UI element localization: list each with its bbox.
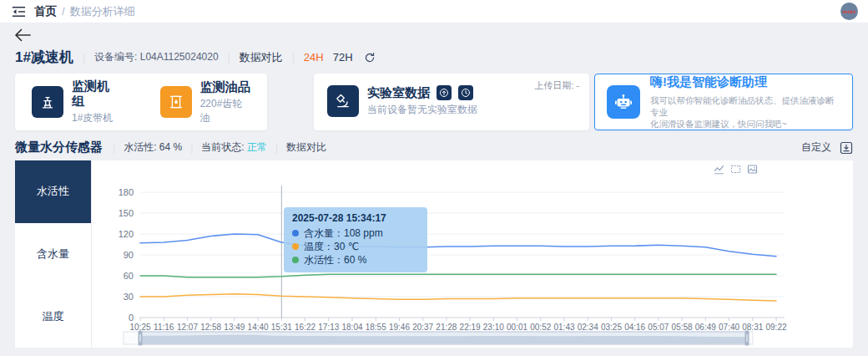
status-badge: 正常 [247,141,267,153]
monitor-unit[interactable]: 监测机组 1#皮带机 [32,79,120,125]
chart-tooltip: 2025-07-28 15:34:17 含水量：108 ppm温度：30 ℃水活… [284,207,427,272]
svg-text:17:13: 17:13 [318,323,339,332]
svg-text:05:58: 05:58 [672,323,693,332]
lab-data-card[interactable]: 上传日期: - 实验室数据 当前 [314,74,589,130]
svg-text:150: 150 [119,208,134,218]
svg-text:22:19: 22:19 [460,323,481,332]
tooltip-item: 含水量：108 ppm [292,226,419,240]
svg-text:0: 0 [129,313,134,323]
device-header: 1#减速机 | 设备编号: L04A1125024020 | 数据对比 | 24… [15,48,376,67]
line-chart[interactable]: 030609012015018010:2511:1612:0712:5813:4… [92,160,853,348]
history-clock-icon[interactable] [458,85,473,100]
svg-text:12:58: 12:58 [200,323,221,332]
oil-title: 监测油品 [200,79,250,94]
breadcrumb-separator: / [62,5,65,18]
svg-text:13:49: 13:49 [224,323,245,332]
unit-title: 监测机组 [72,79,120,109]
svg-text:03:25: 03:25 [601,323,622,332]
menu-collapse-icon[interactable] [12,6,26,18]
ai-title: 嗨!我是智能诊断助理 [650,74,840,90]
monitor-card[interactable]: 监测机组 1#皮带机 监测油品 220#齿轮油 [15,74,267,130]
svg-text:12:07: 12:07 [177,323,198,332]
lab-title: 实验室数据 [367,85,430,100]
avatar[interactable]: inzkc [840,3,858,20]
svg-text:06:49: 06:49 [695,323,716,332]
tooltip-item: 温度：30 ℃ [292,240,419,253]
water-activity-value: 水活性: 64 % [124,140,182,155]
upload-date-label: 上传日期: - [534,79,579,92]
tab-water-activity[interactable]: 水活性 [15,160,91,223]
sensor-section-header: 微量水分传感器 | 水活性: 64 % | 当前状态: 正常 | 数据对比 自定… [15,140,853,155]
svg-text:09:22: 09:22 [765,323,786,332]
device-title: 1#减速机 [15,48,73,67]
breadcrumb-home[interactable]: 首页 [34,4,57,19]
breadcrumb-current: 数据分析详细 [70,4,135,19]
range-24h-button[interactable]: 24H [304,51,324,64]
ai-description: 我可以帮你智能化诊断油品状态、提供油液诊断专业 化润滑设备监测建议，快问问我吧~ [650,94,840,130]
range-72h-button[interactable]: 72H [333,51,353,64]
svg-text:07:40: 07:40 [719,323,739,332]
microscope-icon [327,85,359,117]
svg-text:21:28: 21:28 [436,323,457,332]
svg-text:18:04: 18:04 [341,323,362,332]
oil-subtitle: 220#齿轮油 [200,97,250,125]
status-label: 当前状态: 正常 [201,140,267,155]
chart-toolbox [714,164,758,175]
svg-text:15:31: 15:31 [271,323,292,332]
toolbox-save-image-icon[interactable] [747,164,758,175]
chart-panel: 水活性 含水量 温度 030609012015018010:2511:1612:… [15,160,853,348]
tooltip-item: 水活性：60 % [292,253,419,267]
toolbox-zoom-icon[interactable] [730,164,741,175]
upload-icon[interactable] [437,85,452,100]
section-compare-label[interactable]: 数据对比 [286,140,326,155]
unit-subtitle: 1#皮带机 [72,111,120,125]
svg-text:14:40: 14:40 [248,323,269,332]
svg-text:11:16: 11:16 [154,323,174,332]
refresh-icon[interactable] [364,52,376,64]
back-button[interactable] [13,27,33,45]
svg-text:00:01: 00:01 [507,323,527,332]
series-dot-icon [292,243,299,250]
robot-icon [607,85,640,119]
series-dot-icon [292,230,299,236]
svg-text:30: 30 [124,292,134,302]
svg-text:00:52: 00:52 [530,323,551,332]
machine-icon [32,86,63,118]
metric-tabs: 水活性 含水量 温度 [15,160,92,348]
back-arrow-icon [13,27,32,43]
tab-temperature[interactable]: 温度 [15,285,91,348]
svg-text:19:46: 19:46 [389,323,410,332]
ai-assistant-card[interactable]: 嗨!我是智能诊断助理 我可以帮你智能化诊断油品状态、提供油液诊断专业 化润滑设备… [594,74,853,130]
download-icon[interactable] [840,141,853,155]
svg-text:16:22: 16:22 [295,323,315,332]
device-code: 设备编号: L04A1125024020 [94,50,219,64]
custom-range-button[interactable]: 自定义 [801,140,831,155]
svg-text:60: 60 [124,271,134,281]
top-bar: 首页 / 数据分析详细 inzkc [0,0,868,23]
tab-water-content[interactable]: 含水量 [15,223,91,286]
svg-text:02:34: 02:34 [578,323,598,332]
sensor-title: 微量水分传感器 [15,140,103,155]
data-compare-label[interactable]: 数据对比 [240,50,283,65]
svg-text:01:43: 01:43 [553,323,574,332]
svg-text:18:55: 18:55 [366,323,386,332]
svg-text:23:10: 23:10 [483,323,504,332]
svg-text:120: 120 [119,229,134,239]
oil-barrel-icon [160,86,192,118]
svg-text:20:37: 20:37 [412,323,433,332]
toolbox-line-icon[interactable] [714,164,724,175]
svg-text:90: 90 [124,250,134,260]
tooltip-time: 2025-07-28 15:34:17 [292,212,419,224]
svg-text:10:25: 10:25 [129,323,150,332]
lab-subtitle: 当前设备暂无实验室数据 [367,103,477,117]
series-dot-icon [292,257,299,263]
svg-text:05:07: 05:07 [648,323,669,332]
svg-text:180: 180 [119,187,134,197]
svg-text:04:16: 04:16 [624,323,645,332]
svg-text:08:31: 08:31 [742,323,763,332]
monitor-oil[interactable]: 监测油品 220#齿轮油 [160,79,250,125]
